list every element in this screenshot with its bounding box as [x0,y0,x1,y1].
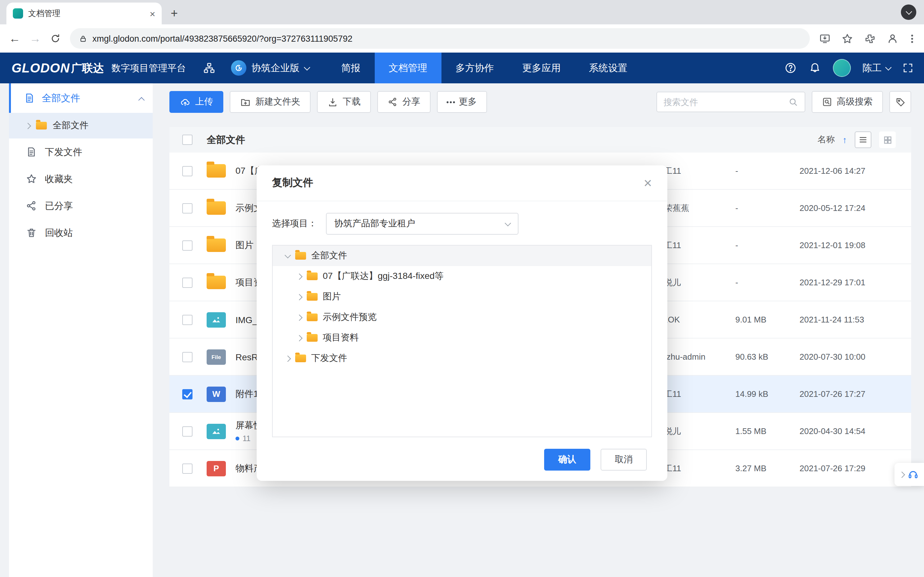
more-dots-icon [450,101,452,103]
install-app-icon[interactable] [819,32,831,45]
browser-profile-menu[interactable] [901,5,916,20]
confirm-button[interactable]: 确认 [544,449,590,471]
tree-node[interactable]: 示例文件预览 [273,307,651,327]
row-checkbox[interactable] [182,240,192,250]
search-icon[interactable] [788,97,798,107]
project-select[interactable]: 协筑产品部专业租户 [326,213,519,235]
advanced-search-button[interactable]: 高级搜索 [812,91,883,113]
menu-item-collaboration[interactable]: 多方协作 [441,53,508,83]
help-icon[interactable] [784,61,797,74]
search-box[interactable] [656,92,805,112]
app-top-nav: GLODON 广联达 数字项目管理平台 协筑企业版 简报 文档管理 多方协作 更… [0,53,924,83]
back-button[interactable]: ← [9,33,21,44]
row-checkbox[interactable] [182,314,192,325]
tab-close-icon[interactable]: × [150,8,155,19]
list-view-icon [859,135,867,144]
grid-view-button[interactable] [879,131,896,148]
download-label: 下载 [342,96,360,108]
row-checkbox[interactable] [182,463,192,474]
tree-node-distributed-files[interactable]: 下发文件 [273,348,651,369]
chevron-right-icon [899,471,905,478]
browser-tab[interactable]: 文档管理 × [6,3,162,24]
sort-ascending-icon[interactable]: ↑ [843,135,847,145]
workspace-switcher[interactable]: 协筑企业版 [231,60,309,76]
modal-header: 复制文件 × [257,165,667,201]
sidebar-item-label: 下发文件 [45,146,82,158]
list-view-button[interactable] [855,131,871,148]
sort-label[interactable]: 名称 [817,134,835,145]
sidebar-item-shared[interactable]: 已分享 [9,192,153,219]
tree-node-all-files[interactable]: 全部文件 [273,245,651,266]
chevron-right-icon[interactable] [296,293,302,300]
tree-node[interactable]: 项目资料 [273,327,651,348]
menu-item-settings[interactable]: 系统设置 [575,53,642,83]
new-folder-button[interactable]: 新建文件夹 [230,91,310,113]
row-checkbox[interactable] [182,166,192,176]
file-toolbar: 上传 新建文件夹 下载 分享 更多 [170,91,911,113]
row-checkbox[interactable] [182,351,192,362]
address-bar[interactable]: xmgl.glodon.com/portal/493823875665920/?… [70,28,810,49]
forward-button[interactable]: → [29,33,41,44]
sidebar-item-recycle-bin[interactable]: 回收站 [9,219,153,246]
org-structure-icon[interactable] [203,61,216,74]
chevron-down-icon [905,8,912,15]
chevron-right-icon[interactable] [296,314,302,321]
folder-icon [295,355,306,362]
image-file-icon [207,312,226,327]
search-input[interactable] [664,97,783,107]
file-size: 1.55 MB [735,426,800,436]
share-button[interactable]: 分享 [377,91,431,113]
user-menu[interactable]: 陈工 [863,62,891,74]
chevron-right-icon[interactable] [296,273,302,279]
upload-button[interactable]: 上传 [170,91,223,113]
generic-file-icon: File [207,349,226,364]
folder-icon [295,252,306,259]
support-widget[interactable] [895,463,924,486]
bookmark-star-icon[interactable] [841,32,853,45]
chevron-right-icon[interactable] [296,335,302,341]
tree-node-label: 项目资料 [323,332,359,343]
modal-close-icon[interactable]: × [644,176,652,190]
sidebar-item-distributed-files[interactable]: 下发文件 [9,139,153,165]
menu-item-briefing[interactable]: 简报 [327,53,375,83]
tree-node[interactable]: 07【广联达】ggj-3184-fixed等 [273,266,651,287]
row-checkbox[interactable] [182,277,192,287]
user-name: 陈工 [863,62,882,74]
download-button[interactable]: 下载 [317,91,371,113]
chevron-right-icon[interactable] [284,355,291,362]
fullscreen-icon[interactable] [902,62,914,74]
table-title: 全部文件 [207,134,245,146]
chevron-down-icon[interactable] [284,251,291,258]
select-all-checkbox[interactable] [182,135,192,145]
row-checkbox[interactable] [182,203,192,213]
menu-item-more-apps[interactable]: 更多应用 [508,53,575,83]
chevron-right-icon[interactable] [25,122,31,129]
folder-icon [36,122,47,129]
file-owner: 任工11 [656,165,735,177]
chevron-up-icon[interactable] [138,97,145,103]
profile-person-icon[interactable] [886,32,899,45]
reload-button[interactable] [50,33,61,44]
project-select-label: 选择项目： [272,218,317,229]
more-button[interactable]: 更多 [437,91,487,113]
tree-node[interactable]: 图片 [273,287,651,307]
file-owner: 任工11 [656,463,735,474]
row-checkbox-checked[interactable] [182,389,192,399]
word-file-icon: W [207,386,226,402]
cancel-button[interactable]: 取消 [601,449,647,471]
notifications-bell-icon[interactable] [809,61,821,74]
browser-menu-icon[interactable] [911,37,913,39]
menu-item-documents[interactable]: 文档管理 [375,53,441,83]
browser-tabstrip: 文档管理 × + [0,0,924,24]
new-tab-button[interactable]: + [171,6,178,21]
extensions-puzzle-icon[interactable] [864,32,876,45]
sidebar-section-all-files[interactable]: 全部文件 [9,83,153,113]
sidebar-item-all-files[interactable]: 全部文件 [9,113,153,139]
project-select-row: 选择项目： 协筑产品部专业租户 [272,213,652,235]
folder-icon [207,164,226,177]
project-select-value: 协筑产品部专业租户 [334,218,501,229]
sidebar-item-favorites[interactable]: 收藏夹 [9,165,153,192]
user-avatar[interactable] [833,59,851,77]
tag-button[interactable] [889,91,911,113]
row-checkbox[interactable] [182,426,192,436]
